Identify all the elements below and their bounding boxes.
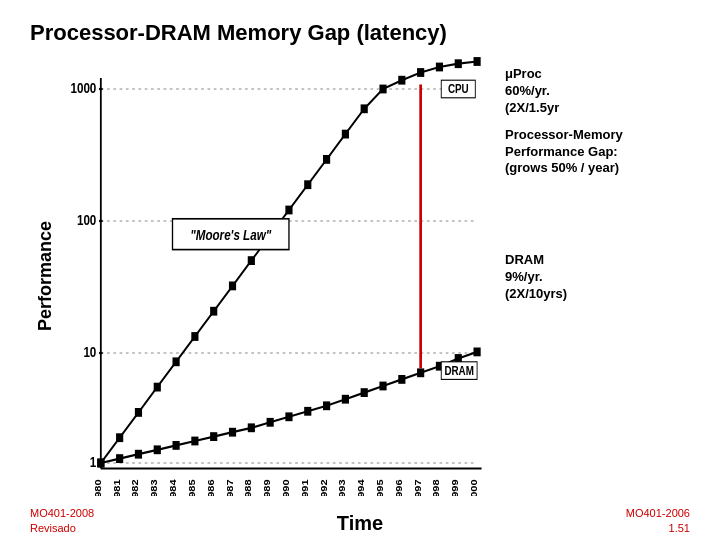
svg-rect-41 [210, 307, 217, 316]
svg-text:1988: 1988 [243, 479, 253, 496]
svg-rect-55 [474, 57, 481, 66]
content-area: Performance [30, 56, 690, 496]
svg-rect-40 [191, 332, 198, 341]
svg-text:1991: 1991 [300, 479, 310, 496]
svg-rect-37 [135, 408, 142, 417]
svg-rect-61 [191, 437, 198, 446]
svg-rect-43 [248, 256, 255, 265]
svg-rect-51 [398, 76, 405, 85]
svg-rect-56 [97, 459, 104, 468]
svg-rect-50 [379, 85, 386, 94]
svg-rect-70 [361, 388, 368, 397]
dram-legend: DRAM 9%/yr. (2X/10yrs) [505, 252, 690, 303]
chart-svg: 1000 100 10 1 1980 1981 [65, 56, 495, 496]
svg-text:1982: 1982 [130, 479, 140, 496]
moores-law-label: "Moore's Law" [190, 227, 272, 243]
svg-rect-66 [285, 412, 292, 421]
svg-rect-59 [154, 445, 161, 454]
svg-rect-49 [361, 104, 368, 113]
svg-text:1994: 1994 [356, 479, 366, 496]
slide: Processor-DRAM Memory Gap (latency) Perf… [0, 0, 720, 540]
svg-rect-76 [474, 348, 481, 357]
svg-text:1997: 1997 [413, 479, 423, 496]
bottom-section: MO401-2008Revisado Time MO401-20061.51 [0, 506, 720, 535]
svg-rect-68 [323, 401, 330, 410]
svg-rect-54 [455, 59, 462, 68]
svg-text:100: 100 [77, 212, 96, 228]
svg-rect-39 [173, 357, 180, 366]
y-axis-label: Performance [30, 56, 60, 496]
svg-rect-42 [229, 282, 236, 291]
dram-label: DRAM [444, 364, 474, 377]
svg-text:1990: 1990 [281, 479, 291, 496]
svg-rect-53 [436, 63, 443, 72]
svg-rect-58 [135, 450, 142, 459]
svg-rect-60 [173, 441, 180, 450]
svg-rect-72 [398, 375, 405, 384]
svg-text:1000: 1000 [70, 80, 96, 96]
svg-rect-45 [285, 206, 292, 215]
svg-text:1986: 1986 [206, 479, 216, 496]
svg-text:1983: 1983 [149, 479, 159, 496]
svg-rect-63 [229, 428, 236, 437]
svg-rect-36 [116, 433, 123, 442]
svg-rect-64 [248, 423, 255, 432]
svg-text:1998: 1998 [431, 479, 441, 496]
svg-rect-71 [379, 382, 386, 391]
chart-title: Processor-DRAM Memory Gap (latency) [30, 20, 690, 46]
time-label: Time [94, 512, 626, 535]
dram-data-points [97, 348, 480, 468]
svg-text:1989: 1989 [262, 479, 272, 496]
svg-text:1985: 1985 [187, 479, 197, 496]
svg-text:1: 1 [90, 454, 96, 470]
footer-left: MO401-2008Revisado [30, 506, 94, 535]
svg-text:1996: 1996 [394, 479, 404, 496]
svg-text:1981: 1981 [112, 479, 122, 496]
svg-rect-47 [323, 155, 330, 164]
svg-rect-52 [417, 68, 424, 77]
proc-legend: μProc 60%/yr. (2X/1.5yr [505, 66, 690, 117]
footer-right: MO401-20061.51 [626, 506, 690, 535]
svg-text:1987: 1987 [224, 479, 234, 496]
svg-text:10: 10 [83, 344, 96, 360]
svg-text:1980: 1980 [93, 479, 103, 496]
svg-rect-38 [154, 383, 161, 392]
legend-area: μProc 60%/yr. (2X/1.5yr Processor-Memory… [495, 56, 690, 496]
svg-text:1993: 1993 [337, 479, 347, 496]
svg-text:1984: 1984 [168, 479, 178, 496]
svg-rect-69 [342, 395, 349, 404]
svg-rect-57 [116, 454, 123, 463]
chart-and-legend: 1000 100 10 1 1980 1981 [65, 56, 690, 496]
svg-rect-46 [304, 180, 311, 189]
svg-rect-73 [417, 368, 424, 377]
svg-text:1995: 1995 [375, 479, 385, 496]
svg-text:1999: 1999 [450, 479, 460, 496]
chart-area: 1000 100 10 1 1980 1981 [65, 56, 495, 496]
svg-rect-62 [210, 432, 217, 441]
cpu-label: CPU [448, 82, 469, 95]
gap-legend: Processor-Memory Performance Gap: (grows… [505, 127, 690, 178]
svg-rect-65 [267, 418, 274, 427]
svg-text:1992: 1992 [319, 479, 329, 496]
cpu-data-points [97, 57, 480, 467]
svg-rect-48 [342, 130, 349, 139]
svg-text:2000: 2000 [469, 479, 479, 496]
svg-rect-67 [304, 407, 311, 416]
